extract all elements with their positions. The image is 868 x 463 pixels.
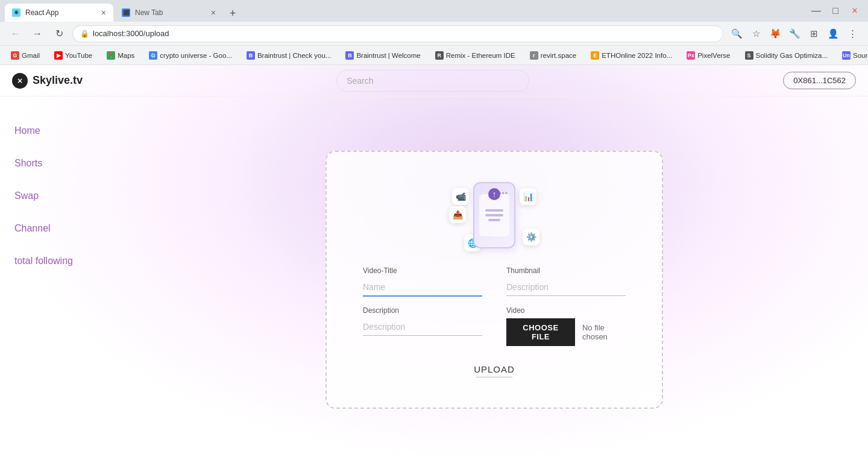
address-text: localhost:3000/upload — [93, 29, 169, 38]
extension1-button[interactable]: 🦊 — [767, 25, 784, 42]
bookmark-favicon-maps: 📍 — [107, 51, 115, 60]
bookmark-favicon-remix: R — [435, 51, 444, 60]
float-icon-1: 📹 — [452, 188, 469, 205]
forward-button[interactable]: → — [29, 25, 46, 42]
sidebar: Home Shorts Swap Channel total following — [0, 96, 121, 463]
upload-button[interactable]: UPLOAD — [474, 364, 515, 374]
back-button[interactable]: ← — [7, 25, 24, 42]
thumbnail-label: Thumbnail — [506, 266, 626, 275]
sidebar-item-shorts[interactable]: Shorts — [0, 147, 121, 180]
browser-chrome: ⚛ React App × ⬛ New Tab × + — □ × ← → ↻ … — [0, 0, 868, 65]
extension2-button[interactable]: 🔧 — [786, 25, 803, 42]
tab-favicon-react: ⚛ — [12, 8, 20, 17]
sidebar-item-swap[interactable]: Swap — [0, 180, 121, 212]
address-bar[interactable]: 🔒 localhost:3000/upload — [72, 25, 723, 42]
app-header: × Skylive.tv 0X861...1C562 — [0, 65, 868, 96]
phone-icon: ••• ↑ — [473, 182, 515, 248]
bookmark-remix[interactable]: R Remix - Ethereum IDE — [432, 50, 519, 61]
app: × Skylive.tv 0X861...1C562 Home Shorts S… — [0, 65, 868, 463]
form-row-2: Description Video CHOOSE FILE No file ch… — [363, 306, 626, 346]
choose-file-button[interactable]: CHOOSE FILE — [506, 318, 575, 346]
bookmark-label-revirt: revirt.space — [541, 52, 576, 59]
bookmark-favicon-youtube: ▶ — [54, 51, 63, 60]
bookmark-label-pixelverse: PixelVerse — [697, 52, 730, 59]
bookmark-pixelverse[interactable]: Px PixelVerse — [683, 50, 734, 61]
sidebar-item-channel[interactable]: Channel — [0, 212, 121, 245]
video-title-col: Video-Title — [363, 266, 482, 297]
upload-arrow-icon: ↑ — [488, 188, 500, 200]
upload-button-label: UPLOAD — [474, 364, 515, 374]
sidebar-item-home-label: Home — [14, 125, 40, 136]
sidebar-item-following-label: total following — [14, 256, 73, 266]
phone-line-1 — [485, 209, 503, 212]
phone-line-2 — [485, 214, 503, 216]
thumbnail-input[interactable] — [506, 279, 626, 296]
phone-line-3 — [488, 219, 500, 221]
bookmark-label-remix: Remix - Ethereum IDE — [446, 52, 515, 59]
sidebar-item-shorts-label: Shorts — [14, 158, 42, 168]
bookmark-favicon-solidity: S — [745, 51, 753, 60]
upload-btn-area: UPLOAD — [474, 364, 515, 378]
bookmark-favicon-revirt: r — [530, 51, 538, 60]
maximize-btn[interactable]: □ — [827, 2, 844, 19]
new-tab-button[interactable]: + — [224, 5, 241, 22]
bookmark-solidity[interactable]: S Solidity Gas Optimiza... — [741, 50, 832, 61]
search-input[interactable] — [336, 70, 529, 92]
minimize-btn[interactable]: — — [808, 2, 825, 19]
wallet-button[interactable]: 0X861...1C562 — [783, 72, 856, 89]
tab-react-app[interactable]: ⚛ React App × — [5, 4, 113, 22]
bookmark-revirt[interactable]: r revirt.space — [526, 50, 580, 61]
main-content: 📹 📤 🌐 ••• ↑ 📊 ⚙️ — [121, 96, 868, 463]
upload-underline — [476, 377, 512, 378]
description-input[interactable] — [363, 318, 482, 336]
sidebar-item-following[interactable]: total following — [0, 245, 121, 277]
bookmark-maps[interactable]: 📍 Maps — [103, 50, 138, 61]
bookmark-crypto[interactable]: G crypto universe - Goo... — [145, 50, 236, 61]
bookmark-eth[interactable]: E ETHOnline 2022 Info... — [587, 50, 676, 61]
logo-close-btn[interactable]: × — [12, 73, 28, 89]
bookmark-label-youtube: YouTube — [65, 52, 92, 59]
bookmark-gmail[interactable]: G Gmail — [7, 50, 43, 61]
upload-card: 📹 📤 🌐 ••• ↑ 📊 ⚙️ — [326, 151, 663, 409]
close-btn[interactable]: × — [846, 2, 863, 19]
video-title-input[interactable] — [363, 279, 482, 297]
bookmark-label-maps: Maps — [118, 52, 134, 59]
grid-button[interactable]: ⊞ — [805, 25, 822, 42]
bookmark-favicon-braintrust1: B — [247, 51, 255, 60]
bookmark-youtube[interactable]: ▶ YouTube — [51, 50, 96, 61]
bookmark-label-crypto: crypto universe - Goo... — [160, 52, 232, 59]
video-file-row: CHOOSE FILE No file chosen — [506, 318, 626, 346]
tab-new[interactable]: ⬛ New Tab × — [115, 4, 223, 22]
bookmarks-bar: G Gmail ▶ YouTube 📍 Maps G crypto univer… — [0, 46, 868, 65]
bookmark-label-source: Source, Assess & Hire... — [853, 52, 868, 59]
refresh-button[interactable]: ↻ — [51, 25, 68, 42]
bookmark-label-eth: ETHOnline 2022 Info... — [602, 52, 672, 59]
bookmark-source[interactable]: Un Source, Assess & Hire... — [838, 50, 868, 61]
video-title-label: Video-Title — [363, 266, 482, 275]
float-icon-4: ⚙️ — [523, 228, 539, 245]
logo-text: Skylive.tv — [33, 74, 83, 87]
bookmark-favicon-eth: E — [591, 51, 599, 60]
tab-close-new[interactable]: × — [211, 8, 216, 17]
bookmark-label-braintrust2: Braintrust | Welcome — [356, 52, 420, 59]
description-col: Description — [363, 306, 482, 346]
upload-form: Video-Title Thumbnail Description — [363, 266, 626, 346]
bookmark-label-solidity: Solidity Gas Optimiza... — [756, 52, 828, 59]
no-file-text: No file chosen — [582, 323, 626, 341]
video-label: Video — [506, 306, 626, 315]
zoom-button[interactable]: 🔍 — [728, 25, 745, 42]
tab-bar: ⚛ React App × ⬛ New Tab × + — □ × — [0, 0, 868, 22]
profile-button[interactable]: 👤 — [825, 25, 841, 42]
bookmark-label-gmail: Gmail — [22, 52, 40, 59]
sidebar-item-home[interactable]: Home — [0, 115, 121, 147]
bookmark-braintrust2[interactable]: B Braintrust | Welcome — [342, 50, 424, 61]
nav-icons: 🔍 ☆ 🦊 🔧 ⊞ 👤 ⋮ — [728, 25, 861, 42]
bookmark-braintrust1[interactable]: B Braintrust | Check you... — [243, 50, 335, 61]
tab-close-react[interactable]: × — [101, 8, 106, 17]
menu-button[interactable]: ⋮ — [844, 25, 861, 42]
tab-label-react: React App — [25, 8, 58, 17]
sidebar-item-swap-label: Swap — [14, 191, 39, 201]
video-col: Video CHOOSE FILE No file chosen — [506, 306, 626, 346]
star-button[interactable]: ☆ — [747, 25, 764, 42]
nav-bar: ← → ↻ 🔒 localhost:3000/upload 🔍 ☆ 🦊 🔧 ⊞ … — [0, 22, 868, 46]
